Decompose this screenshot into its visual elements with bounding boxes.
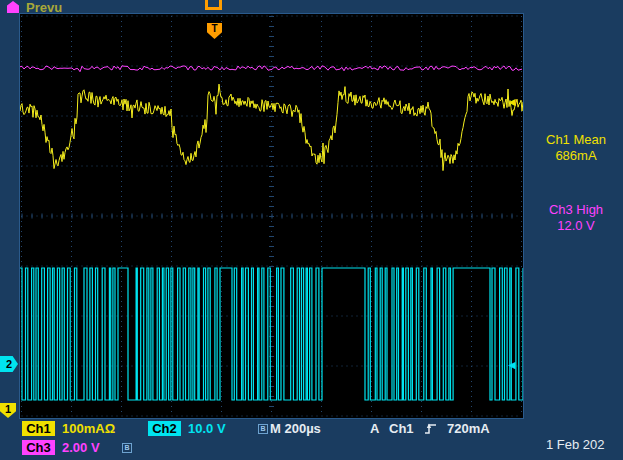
ch3-bw-limit-icon: B: [122, 443, 132, 453]
trigger-position-indicator: [205, 0, 222, 10]
ch2-scale-readout: 10.0 V: [188, 421, 226, 436]
ch3-scale-readout: 2.00 V: [62, 440, 100, 455]
ch2-level-arrow-icon: ◄: [506, 359, 518, 371]
trigger-source-readout: Ch1: [389, 421, 414, 436]
trigger-flag-label: T: [211, 23, 217, 34]
ch1-position-marker: 1: [0, 403, 16, 418]
measurement-label: Ch1 Mean: [530, 132, 622, 148]
ch3-readout-badge: Ch3: [22, 440, 55, 455]
ch1-scale-readout: 100mAΩ: [62, 421, 115, 436]
ch2-readout-badge: Ch2: [148, 421, 181, 436]
graticule: T: [20, 14, 523, 418]
measurement-label: Ch3 High: [530, 202, 622, 218]
ch2-bw-limit-icon: B: [258, 424, 268, 434]
measurement-ch3-high: Ch3 High 12.0 V: [530, 202, 622, 234]
waveform-plot: [20, 14, 523, 418]
trigger-mode-readout: A: [370, 421, 379, 436]
acquisition-status: Prevu: [26, 0, 62, 15]
trigger-level-readout: 720mA: [447, 421, 490, 436]
ch2-position-marker: 2: [0, 356, 18, 372]
timebase-readout: M 200µs: [270, 421, 321, 436]
measurement-value: 686mA: [530, 148, 622, 164]
measurement-value: 12.0 V: [530, 218, 622, 234]
oscilloscope-display: Prevu T 2 1 ◄ ◄ Ch1 Mean 686mA Ch3 High …: [0, 0, 623, 460]
ch1-level-arrow-icon: ◄: [506, 96, 518, 108]
date-readout: 1 Feb 202: [546, 437, 605, 452]
ch1-readout-badge: Ch1: [22, 421, 55, 436]
rising-edge-icon: [424, 422, 437, 438]
ch3-offscreen-marker: [7, 1, 19, 13]
measurement-ch1-mean: Ch1 Mean 686mA: [530, 132, 622, 164]
